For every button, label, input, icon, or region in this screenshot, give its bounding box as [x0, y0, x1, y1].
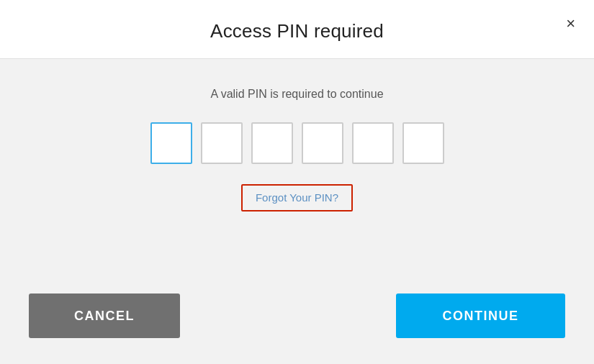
forgot-pin-wrapper: Forgot Your PIN? — [241, 184, 353, 211]
modal-title: Access PIN required — [0, 20, 594, 42]
modal-body: A valid PIN is required to continue Forg… — [0, 59, 594, 294]
pin-digit-6[interactable] — [402, 122, 444, 164]
close-button[interactable]: × — [563, 13, 578, 35]
cancel-button[interactable]: CANCEL — [29, 294, 180, 338]
subtitle-text: A valid PIN is required to continue — [210, 88, 383, 101]
modal-footer: CANCEL CONTINUE — [0, 294, 594, 364]
forgot-pin-button[interactable]: Forgot Your PIN? — [256, 191, 338, 204]
pin-digit-2[interactable] — [201, 122, 243, 164]
pin-input-group — [150, 122, 444, 164]
pin-digit-4[interactable] — [302, 122, 343, 164]
continue-button[interactable]: CONTINUE — [396, 294, 565, 338]
pin-digit-5[interactable] — [352, 122, 394, 164]
pin-digit-3[interactable] — [251, 122, 293, 164]
modal-header: Access PIN required × — [0, 0, 594, 59]
pin-digit-1[interactable] — [150, 122, 192, 164]
access-pin-modal: Access PIN required × A valid PIN is req… — [0, 0, 594, 364]
